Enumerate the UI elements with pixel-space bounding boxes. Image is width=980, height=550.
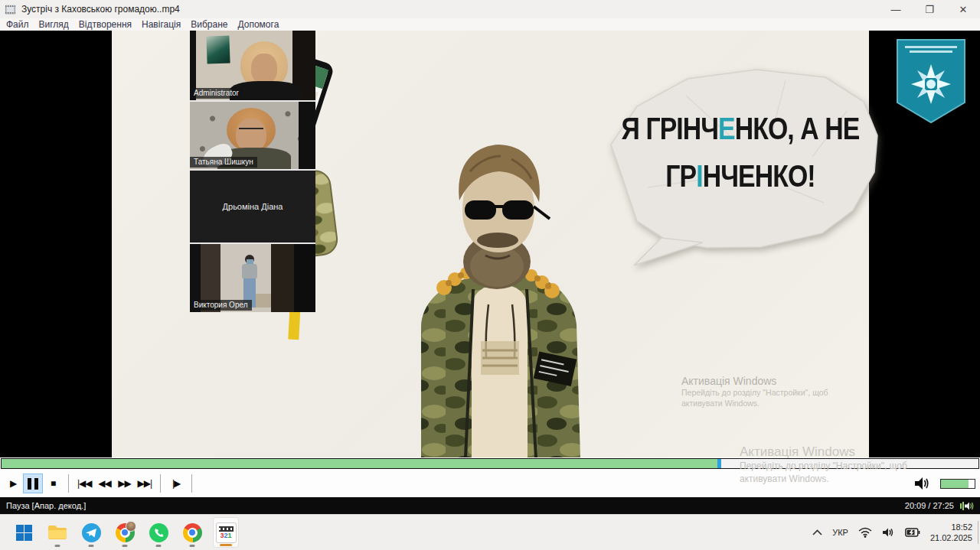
video-display[interactable]: Я ГРІНЧЕНКО, А НЕ ГРІНЧЕНКО! [0, 31, 980, 457]
participant-name-centered: Дрьоміна Діана [223, 202, 283, 211]
participant-tile-administrator[interactable]: Administrator [190, 31, 315, 100]
hrinchenko-figure [400, 127, 603, 457]
menu-view[interactable]: Вигляд [39, 19, 77, 30]
media-player-app-icon [5, 4, 16, 15]
playback-status: Пауза [Апар. декод.] [6, 501, 86, 510]
profile-avatar [126, 521, 136, 532]
media-player-window: Зустріч з Каховською громадою..mp4 — ❐ ✕… [0, 0, 980, 550]
play-button[interactable]: ▶ [3, 474, 23, 493]
controls-separator [68, 474, 69, 493]
restore-button[interactable]: ❐ [913, 0, 946, 18]
accent-letter-i: І [696, 158, 702, 194]
rewind-button[interactable]: ◀◀ [95, 474, 115, 493]
clock[interactable]: 18:52 21.02.2025 [930, 522, 972, 544]
participant1-face [251, 54, 277, 84]
seek-bar-row [0, 457, 980, 470]
seek-progress [2, 459, 717, 468]
file-explorer-button[interactable] [44, 517, 70, 548]
system-tray: УКР 18:52 21.02.2025 [812, 515, 972, 550]
fast-forward-button[interactable]: ▶▶ [115, 474, 135, 493]
title-bar: Зустріч з Каховською громадою..mp4 — ❐ ✕ [0, 0, 980, 18]
accent-letter-e: Е [718, 111, 735, 146]
activation-watermark-video: Активація Windows Перейдіть до розділу "… [681, 375, 828, 408]
running-indicator [190, 545, 195, 547]
whatsapp-button[interactable] [145, 517, 172, 548]
menu-favorites[interactable]: Вибране [191, 19, 236, 30]
chrome-button[interactable] [179, 517, 205, 548]
participant-name-label: Татьяна Шишкун [190, 157, 257, 168]
participants-strip: Administrator Татьяна Шишкун Дрьоміна Ді… [190, 31, 315, 312]
volume-fill [941, 480, 969, 488]
windows-logo-icon [15, 524, 33, 542]
speaker-icon[interactable] [914, 477, 931, 490]
film-strip-icon [219, 526, 234, 532]
stop-button[interactable]: ■ [43, 474, 63, 493]
running-indicator [122, 545, 128, 547]
menu-navigation[interactable]: Навігація [142, 19, 189, 30]
controls-separator [160, 474, 161, 493]
wall-picture [206, 35, 230, 63]
mpc-icon: 321 [216, 522, 237, 543]
language-indicator[interactable]: УКР [832, 528, 848, 537]
active-app-indicator [220, 544, 232, 546]
participant-name-label: Administrator [190, 88, 243, 99]
wifi-icon[interactable] [858, 527, 872, 538]
close-button[interactable]: ✕ [946, 0, 980, 18]
menu-help[interactable]: Допомога [237, 19, 287, 30]
participant-tile-shishkun[interactable]: Татьяна Шишкун [190, 102, 315, 169]
chrome-icon [183, 523, 202, 542]
status-bar: Пауза [Апар. декод.] 20:09 / 27:25 [0, 497, 980, 514]
chrome-icon [116, 523, 135, 542]
university-logo [894, 37, 968, 125]
window-title: Зустріч з Каховською громадою..mp4 [21, 4, 180, 15]
show-desktop-button[interactable] [978, 521, 978, 544]
time-position: 20:09 / 27:25 [905, 501, 954, 510]
start-button[interactable] [11, 517, 37, 548]
skip-forward-button[interactable]: ▶▶| [135, 474, 155, 493]
participant-tile-dromina[interactable]: Дрьоміна Діана [190, 171, 315, 242]
seek-playhead[interactable] [717, 459, 721, 468]
running-indicator [156, 545, 162, 547]
transport-controls: ▶ ■ |◀◀ ◀◀ ▶▶ ▶▶| |▶ [0, 470, 980, 497]
pause-button[interactable] [23, 474, 43, 493]
tray-date: 21.02.2025 [930, 532, 972, 543]
menu-bar: Файл Вигляд Відтворення Навігація Вибран… [0, 18, 980, 31]
running-indicator [55, 545, 60, 547]
chrome-profile-button[interactable] [112, 517, 138, 548]
bubble-text: Я ГРІНЧЕНКО, А НЕ ГРІНЧЕНКО! [594, 65, 887, 190]
menu-file[interactable]: Файл [6, 19, 38, 30]
tile2-shadow [299, 102, 315, 169]
telegram-icon [82, 523, 101, 542]
media-player-taskbar-button[interactable]: 321 [213, 517, 239, 548]
frame-step-button[interactable]: |▶ [166, 474, 186, 493]
pause-icon [28, 478, 38, 490]
participant-name-label: Виктория Орел [190, 300, 252, 311]
participant4-top [242, 264, 257, 279]
participant2-glasses [239, 128, 263, 134]
battery-icon[interactable] [905, 528, 920, 537]
mpc-321-label: 321 [220, 532, 231, 539]
taskbar: 321 УКР [0, 514, 980, 550]
menu-playback[interactable]: Відтворення [79, 19, 140, 30]
controls-separator [191, 474, 192, 493]
minimize-button[interactable]: — [879, 0, 913, 18]
participant-tile-orel[interactable]: Виктория Орел [190, 244, 315, 312]
seek-bar[interactable] [1, 458, 979, 469]
tray-speaker-icon[interactable] [882, 527, 895, 538]
whatsapp-icon [149, 523, 168, 542]
running-indicator [89, 545, 94, 547]
folder-icon [47, 524, 67, 541]
skip-back-button[interactable]: |◀◀ [74, 474, 95, 493]
tile4-wardrobe [271, 244, 294, 312]
tray-time: 18:52 [930, 522, 972, 532]
telegram-button[interactable] [78, 517, 104, 548]
tile4-shadow [294, 244, 315, 312]
volume-slider[interactable] [940, 479, 975, 489]
tray-chevron-icon[interactable] [812, 529, 822, 535]
audio-status-icon [960, 501, 974, 511]
